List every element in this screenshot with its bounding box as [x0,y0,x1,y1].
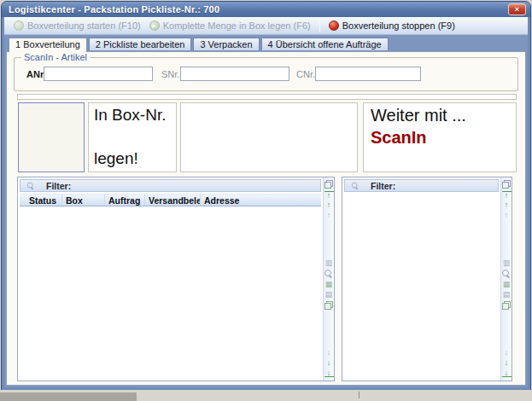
tab-pickliste-bearbeiten[interactable]: 2 Pickliste bearbeiten [89,38,192,50]
close-button[interactable]: × [508,3,526,15]
cnr-input[interactable] [315,67,421,81]
instruction-line1: In Box-Nr. [94,106,176,125]
left-filter-label: Filter: [46,181,71,191]
scroll-up-icon[interactable]: ↑ [502,201,512,209]
message-strip [17,94,517,100]
continue-line1: Weiter mit ... [371,106,516,125]
scroll-to-bottom-icon[interactable]: ↓ [502,369,512,377]
right-filter-bar[interactable]: Filter: [344,179,499,192]
anr-input[interactable] [44,67,153,81]
column-header-status[interactable]: Status [20,195,62,206]
column-header-auftrag[interactable]: Auftrag [105,195,145,206]
boxverteilung-tab-panel: ScanIn - Artikel ANr. SNr. CNr. In Box-N… [6,51,526,386]
search-icon [27,182,35,189]
continue-hint-box: Weiter mit ... ScanIn [363,102,517,172]
right-filter-label: Filter: [371,181,395,191]
detail-grid-panel: Filter: ↑ ↑ ↑ ▥ ▦ ▤ ↓ ↓ [342,177,512,381]
column-header-box[interactable]: Box [62,195,105,206]
cnr-label: CNr. [296,69,315,79]
tab-uebersicht-offene-auftraege[interactable]: 4 Übersicht offene Aufträge [261,38,389,50]
move-down-icon[interactable]: ↓ [324,349,334,357]
stop-circle-icon [329,20,339,31]
snr-label: SNr. [161,69,179,79]
stop-boxverteilung-button[interactable]: Boxverteilung stoppen (F9) [324,20,459,32]
scroll-down-icon[interactable]: ↓ [502,359,512,367]
search-icon [352,182,360,189]
tab-bar: 1 Boxverteilung 2 Pickliste bearbeiten 3… [9,38,389,52]
toolbar-separator [319,20,320,32]
scanin-group-title: ScanIn - Artikel [21,52,90,62]
copy-window-icon[interactable] [502,180,511,189]
content-background: 1 Boxverteilung 2 Pickliste bearbeiten 3… [4,35,528,387]
article-image-box [18,102,85,172]
columns-icon[interactable]: ▥ [324,259,334,267]
komplette-menge-button: ▶ Komplette Menge in Box legen (F6) [145,20,315,32]
background-window-edge [0,390,532,401]
column-header-versandbeleg[interactable]: Versandbeleg [145,195,201,206]
scroll-down-icon[interactable]: ↓ [324,359,334,367]
grid-header-row: Status Box Auftrag Versandbeleg Adresse [20,194,321,206]
tab-boxverteilung[interactable]: 1 Boxverteilung [9,38,87,52]
scroll-to-top-icon[interactable]: ↑ [324,191,334,199]
title-bar: Logistikcenter - Packstation Pickliste-N… [2,2,530,17]
continue-line2-scanin: ScanIn [371,128,516,148]
move-up-icon[interactable]: ↑ [324,212,334,219]
start-button-label: Boxverteilung starten (F10) [27,20,141,31]
stop-button-label: Boxverteilung stoppen (F9) [342,20,455,31]
background-divider [359,392,360,398]
toolbar: Boxverteilung starten (F10) ▶ Komplette … [4,17,528,35]
grid-view-icon[interactable]: ▦ [324,281,334,288]
right-panel-toolbar-strip: ↑ ↑ ↑ ▥ ▦ ▤ ↓ ↓ ↓ [500,177,512,381]
window-title: Logistikcenter - Packstation Pickliste-N… [9,4,219,15]
move-down-icon[interactable]: ↓ [502,349,512,357]
grid-view-icon[interactable]: ▦ [502,281,512,288]
left-panel-toolbar-strip: ↑ ↑ ↑ ▥ ▦ ▤ ↓ ↓ ↓ [323,177,334,381]
right-grid-body-empty [344,194,499,379]
instruction-line2: legen! [94,149,176,168]
close-icon: × [515,5,519,14]
background-segment [0,392,137,401]
arrow-circle-icon: ▶ [149,20,160,31]
duplicate-icon[interactable] [502,301,511,310]
box-grid-panel: Filter: Status Box Auftrag Versandbeleg … [17,177,335,381]
rows-view-icon[interactable]: ▤ [324,291,334,299]
scanin-artikel-group: ScanIn - Artikel ANr. SNr. CNr. [14,57,518,91]
start-boxverteilung-button: Boxverteilung starten (F10) [9,20,145,32]
left-filter-bar[interactable]: Filter: [20,179,321,192]
arrow-glyph: ▶ [152,21,156,30]
move-up-icon[interactable]: ↑ [502,212,512,219]
rows-view-icon[interactable]: ▤ [502,291,512,299]
copy-window-icon[interactable] [324,180,333,189]
grid-body-empty [20,206,321,379]
scroll-to-top-icon[interactable]: ↑ [502,191,512,199]
start-circle-icon [14,20,24,31]
scroll-to-bottom-icon[interactable]: ↓ [324,369,334,377]
komplette-menge-label: Komplette Menge in Box legen (F6) [163,20,311,31]
duplicate-icon[interactable] [324,301,333,310]
snr-input[interactable] [180,67,289,81]
scroll-up-icon[interactable]: ↑ [324,201,334,209]
box-number-display [180,102,358,172]
columns-icon[interactable]: ▥ [502,259,512,267]
instruction-box: In Box-Nr. legen! [88,102,177,172]
column-header-adresse[interactable]: Adresse [201,195,321,206]
app-window: Logistikcenter - Packstation Pickliste-N… [1,1,531,391]
zoom-icon[interactable] [502,270,511,278]
tab-verpacken[interactable]: 3 Verpacken [193,38,259,50]
zoom-icon[interactable] [324,270,333,278]
